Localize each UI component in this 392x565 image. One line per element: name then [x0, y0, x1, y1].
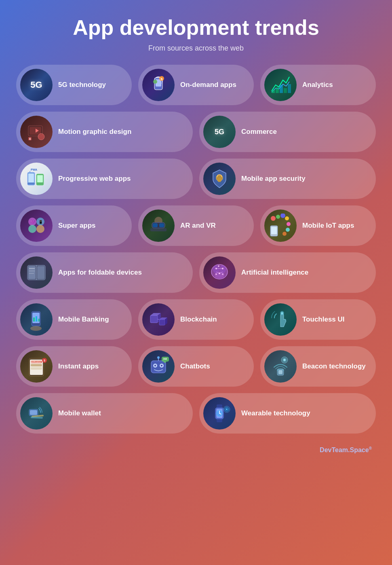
- svg-rect-72: [150, 315, 158, 323]
- row-3: PWA Progressive web apps Mobile app secu…: [16, 159, 376, 199]
- card-on-demand-apps: $ On-demand apps: [138, 65, 254, 105]
- card-mobile-banking: Mobile Banking: [16, 299, 132, 340]
- card-mobile-iot-apps: Mobile IoT apps: [260, 205, 376, 246]
- svg-text:💜: 💜: [30, 220, 35, 224]
- svg-rect-48: [28, 266, 36, 279]
- svg-rect-107: [31, 417, 43, 419]
- svg-point-40: [276, 215, 280, 219]
- card-touchless-ui: Touchless UI: [260, 299, 376, 340]
- svg-rect-85: [31, 364, 42, 366]
- svg-point-63: [218, 265, 219, 267]
- label-ar-and-vr: AR and VR: [180, 222, 216, 230]
- card-mobile-app-security: Mobile app security: [199, 159, 376, 199]
- svg-rect-36: [150, 228, 166, 231]
- svg-point-43: [287, 222, 291, 226]
- row-5: Apps for foldable devices: [16, 252, 376, 293]
- label-5g-technology: 5G technology: [58, 81, 106, 89]
- label-progressive-web-apps: Progressive web apps: [58, 175, 131, 183]
- page-title: App development trends: [16, 16, 376, 39]
- svg-text:5: 5: [44, 359, 45, 362]
- icon-foldable: [20, 256, 53, 289]
- svg-point-65: [222, 273, 223, 275]
- svg-text:Hi!: Hi!: [163, 358, 167, 360]
- svg-rect-35: [159, 223, 164, 227]
- svg-point-5: [153, 80, 157, 84]
- label-blockchain: Blockchain: [180, 315, 217, 324]
- icon-security: [203, 163, 236, 195]
- svg-text:X: X: [29, 138, 31, 140]
- label-analytics: Analytics: [302, 81, 333, 89]
- icon-iot: [264, 209, 297, 242]
- card-apps-for-foldable-devices: Apps for foldable devices: [16, 252, 193, 293]
- label-mobile-wallet: Mobile wallet: [58, 409, 101, 417]
- label-mobile-app-security: Mobile app security: [241, 175, 306, 183]
- svg-point-45: [282, 232, 287, 236]
- label-instant-apps: Instant apps: [58, 362, 99, 370]
- label-on-demand-apps: On-demand apps: [180, 81, 236, 89]
- card-5g-technology: 5G 5G technology: [16, 65, 132, 105]
- cards-grid: 5G 5G technology $ On-demand apps: [16, 65, 376, 434]
- label-beacon-technology: Beacon technology: [302, 362, 366, 370]
- svg-rect-68: [33, 317, 35, 322]
- card-progressive-web-apps: PWA Progressive web apps: [16, 159, 193, 199]
- label-commerce: Commerce: [241, 128, 277, 136]
- svg-point-39: [271, 216, 276, 221]
- icon-superapps: 💜 📱: [20, 209, 53, 242]
- svg-point-42: [285, 216, 289, 220]
- card-artificial-intelligence: Artificial intelligence: [199, 252, 376, 293]
- brand-name: DevTeam.Space®: [320, 446, 372, 453]
- icon-wearable: [203, 397, 236, 430]
- card-ar-and-vr: AR and VR: [138, 205, 254, 246]
- card-beacon-technology: Beacon technology: [260, 346, 376, 387]
- svg-point-16: [38, 133, 44, 140]
- svg-rect-7: [276, 87, 279, 93]
- icon-touchless: [264, 303, 297, 336]
- svg-rect-69: [36, 316, 37, 322]
- label-mobile-iot-apps: Mobile IoT apps: [302, 222, 354, 230]
- svg-point-28: [28, 225, 36, 233]
- svg-text:Notification 1: Notification 1: [30, 361, 43, 363]
- svg-point-44: [286, 228, 290, 232]
- icon-wallet: [20, 397, 53, 430]
- card-chatbots: Hi! Chatbots: [138, 346, 254, 387]
- svg-rect-38: [271, 227, 277, 234]
- svg-rect-6: [272, 90, 275, 93]
- icon-instant: Notification 1 5: [20, 350, 53, 383]
- row-2: X Motion graphic design 5G Commerce: [16, 112, 376, 152]
- svg-point-71: [30, 326, 42, 331]
- card-motion-graphic-design: X Motion graphic design: [16, 112, 193, 152]
- icon-ondemand: $: [142, 69, 175, 101]
- svg-point-95: [157, 356, 160, 359]
- icon-arvr: [142, 209, 175, 242]
- svg-rect-34: [153, 223, 158, 227]
- svg-point-41: [280, 214, 285, 218]
- svg-point-117: [226, 408, 228, 410]
- label-motion-graphic-design: Motion graphic design: [58, 128, 131, 136]
- card-blockchain: Blockchain: [138, 299, 254, 340]
- svg-rect-10: [288, 84, 291, 93]
- icon-chatbots: Hi!: [142, 350, 175, 383]
- svg-point-61: [222, 268, 223, 269]
- svg-rect-111: [217, 419, 222, 422]
- label-mobile-banking: Mobile Banking: [58, 315, 109, 324]
- card-super-apps: 💜 📱 Super apps: [16, 205, 132, 246]
- icon-analytics: [264, 69, 297, 101]
- card-wearable-technology: Wearable technology: [199, 393, 376, 434]
- label-apps-for-foldable-devices: Apps for foldable devices: [58, 269, 142, 277]
- row-8: Mobile wallet: [16, 393, 376, 434]
- icon-pwa: PWA: [20, 163, 53, 195]
- icon-motion: X: [20, 116, 53, 148]
- label-wearable-technology: Wearable technology: [241, 409, 310, 417]
- svg-rect-9: [284, 88, 287, 93]
- svg-point-92: [154, 365, 156, 366]
- svg-point-62: [219, 273, 220, 274]
- label-chatbots: Chatbots: [180, 362, 210, 370]
- label-super-apps: Super apps: [58, 222, 96, 230]
- svg-rect-105: [30, 410, 37, 415]
- svg-rect-70: [38, 319, 40, 322]
- label-artificial-intelligence: Artificial intelligence: [241, 269, 308, 277]
- icon-banking: [20, 303, 53, 336]
- row-1: 5G 5G technology $ On-demand apps: [16, 65, 376, 105]
- page-header: App development trends From sources acro…: [16, 16, 376, 53]
- svg-rect-19: [27, 183, 35, 184]
